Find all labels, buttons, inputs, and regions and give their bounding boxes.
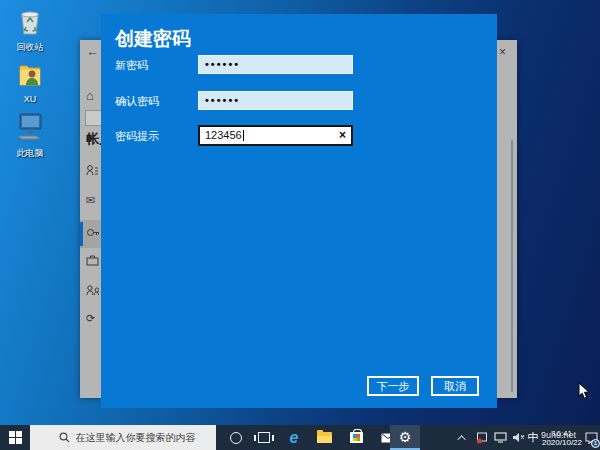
watermark-text: 9uhu.net (541, 430, 576, 440)
sign-in-options-icon[interactable] (86, 226, 100, 240)
edge-icon: e (290, 429, 299, 447)
cortana-icon (230, 432, 242, 444)
tray-expand-button[interactable] (452, 425, 474, 450)
password-hint-label: 密码提示 (115, 129, 159, 144)
desktop-icon-user-folder[interactable]: XU (4, 60, 56, 104)
confirm-password-label: 确认密码 (115, 94, 159, 109)
search-placeholder-text: 在这里输入你要搜索的内容 (76, 431, 196, 445)
email-accounts-icon[interactable]: ✉ (86, 194, 100, 208)
nav-selected-accent-bar (80, 222, 83, 246)
your-info-icon[interactable] (86, 164, 100, 178)
confirm-password-field[interactable]: •••••• (198, 91, 353, 110)
create-password-dialog: 创建密码 新密码 •••••• 确认密码 •••••• 密码提示 123456 … (101, 14, 497, 408)
start-button[interactable] (0, 425, 30, 450)
close-icon[interactable]: × (499, 45, 506, 59)
sync-settings-icon[interactable]: ⟳ (86, 312, 100, 326)
cortana-button[interactable] (222, 425, 250, 450)
notification-badge: 1 (591, 439, 600, 448)
clear-icon[interactable]: × (339, 127, 346, 144)
desktop-icon-recycle-bin[interactable]: 回收站 (4, 8, 56, 52)
store-button[interactable] (342, 425, 370, 450)
edge-button[interactable]: e (280, 425, 308, 450)
dialog-title: 创建密码 (115, 26, 191, 52)
taskbar-search-input[interactable]: 在这里输入你要搜索的内容 (30, 425, 216, 450)
desktop: 回收站 XU 此电脑 ← × ⌂ 帐户 ✉ ⟳ (0, 0, 600, 450)
desktop-icon-this-pc[interactable]: 此电脑 (4, 110, 56, 158)
taskbar: 在这里输入你要搜索的内容 e ⚙ 中 16:41 2020/10/22 1 (0, 425, 600, 450)
store-icon (350, 432, 363, 443)
new-password-field[interactable]: •••••• (198, 55, 353, 74)
gear-icon: ⚙ (399, 430, 412, 444)
password-hint-field[interactable]: 123456 × (198, 125, 353, 146)
user-folder-icon (4, 60, 56, 92)
family-users-icon[interactable] (86, 284, 100, 298)
text-caret (243, 130, 244, 141)
speaker-muted-icon (512, 432, 525, 443)
work-school-icon[interactable] (86, 254, 100, 268)
settings-scrollbar[interactable] (511, 140, 513, 392)
folder-icon (317, 432, 332, 443)
desktop-icon-label: 此电脑 (4, 148, 56, 158)
task-view-icon (258, 432, 270, 443)
desktop-icon-label: 回收站 (4, 42, 56, 52)
flag-alert-icon (476, 432, 488, 444)
chevron-up-icon (457, 435, 465, 443)
security-tray-button[interactable] (472, 425, 492, 450)
new-password-label: 新密码 (115, 58, 148, 73)
file-explorer-button[interactable] (310, 425, 338, 450)
home-icon[interactable]: ⌂ (86, 88, 94, 103)
this-pc-icon (4, 110, 56, 146)
cancel-button[interactable]: 取消 (431, 376, 479, 396)
settings-button[interactable]: ⚙ (390, 425, 420, 450)
password-hint-value: 123456 (205, 129, 242, 141)
action-center-button[interactable]: 1 (583, 425, 600, 450)
task-view-button[interactable] (250, 425, 278, 450)
recycle-bin-icon (4, 8, 56, 40)
next-button[interactable]: 下一步 (367, 376, 419, 396)
monitor-icon (494, 432, 507, 443)
windows-logo-icon (9, 431, 22, 444)
network-tray-button[interactable] (490, 425, 510, 450)
search-icon (59, 432, 70, 443)
back-icon[interactable]: ← (86, 44, 99, 59)
mouse-cursor (578, 382, 590, 404)
desktop-icon-label: XU (4, 94, 56, 104)
